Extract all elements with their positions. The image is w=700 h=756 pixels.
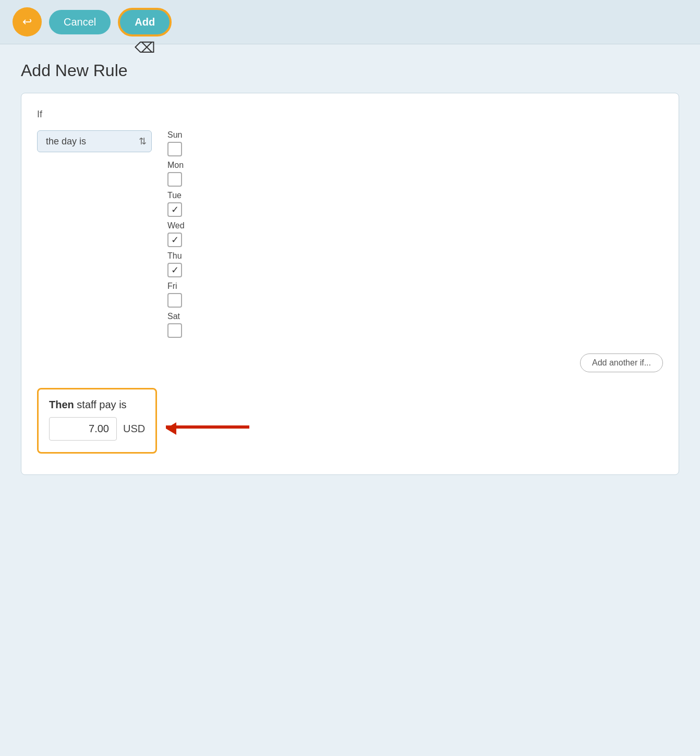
day-checkbox-mon[interactable]	[167, 172, 182, 187]
day-label: Wed	[167, 221, 185, 230]
back-icon: ↩	[22, 15, 32, 29]
day-item: Sat	[167, 312, 185, 338]
add-another-row: Add another if...	[37, 353, 663, 372]
day-item: Wed✓	[167, 221, 185, 247]
then-section: Then staff pay is USD	[37, 388, 157, 454]
condition-select[interactable]: the day isthe time isthe date is	[37, 130, 152, 152]
rule-card: If the day isthe time isthe date is ⇅ Su…	[21, 93, 679, 475]
red-arrow-icon	[166, 425, 249, 429]
day-checkbox-tue[interactable]: ✓	[167, 202, 182, 217]
day-checkbox-thu[interactable]: ✓	[167, 263, 182, 277]
day-label: Mon	[167, 161, 184, 170]
add-button[interactable]: Add	[118, 8, 172, 36]
days-container: SunMonTue✓Wed✓Thu✓FriSat	[167, 130, 185, 338]
pay-input[interactable]	[49, 417, 117, 441]
day-checkbox-fri[interactable]	[167, 293, 182, 308]
day-label: Sun	[167, 130, 182, 140]
then-bold: Then	[49, 399, 74, 410]
condition-select-wrapper: the day isthe time isthe date is ⇅	[37, 130, 152, 152]
page-content: Add New Rule If the day isthe time isthe…	[0, 44, 700, 492]
day-item: Tue✓	[167, 191, 185, 217]
condition-row: the day isthe time isthe date is ⇅ SunMo…	[37, 130, 663, 338]
cancel-button[interactable]: Cancel	[49, 10, 111, 34]
day-label: Thu	[167, 251, 182, 261]
day-checkbox-sun[interactable]	[167, 142, 182, 156]
if-label: If	[37, 109, 663, 120]
currency-label: USD	[123, 423, 145, 435]
back-button[interactable]: ↩	[13, 7, 42, 36]
day-label: Tue	[167, 191, 182, 200]
then-label: Then staff pay is	[49, 399, 145, 411]
day-checkbox-sat[interactable]	[167, 323, 182, 338]
then-rest: staff pay is	[74, 399, 127, 410]
pay-row: USD	[49, 417, 145, 441]
page-title: Add New Rule	[21, 61, 679, 80]
day-label: Fri	[167, 282, 177, 291]
red-arrow-annotation	[166, 425, 249, 429]
day-item: Thu✓	[167, 251, 185, 277]
top-bar: ↩ Cancel Add ⌫	[0, 0, 700, 44]
cursor-pointer-icon: ⌫	[135, 39, 155, 56]
add-another-if-button[interactable]: Add another if...	[580, 353, 663, 372]
day-item: Sun	[167, 130, 185, 156]
day-item: Mon	[167, 161, 185, 187]
day-label: Sat	[167, 312, 180, 321]
day-item: Fri	[167, 282, 185, 308]
day-checkbox-wed[interactable]: ✓	[167, 233, 182, 247]
